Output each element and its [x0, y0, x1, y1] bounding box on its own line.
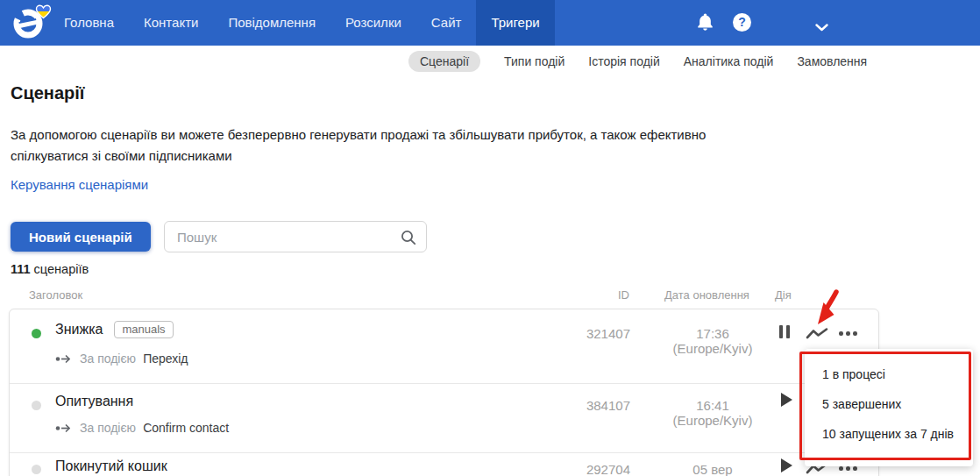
nav-item-site[interactable]: Сайт — [416, 0, 477, 46]
play-button[interactable] — [781, 458, 792, 472]
pause-button[interactable] — [779, 325, 790, 338]
scenario-id: 384107 — [543, 398, 630, 413]
scenario-title[interactable]: Знижка manuals — [55, 321, 174, 338]
event-line: За подією Confirm contact — [55, 421, 229, 435]
scenario-count: 111 сценаріїв — [11, 262, 89, 276]
event-label: За подією — [80, 421, 136, 435]
event-label: За подією — [80, 352, 136, 366]
scenario-title-text: Покинутий кошик — [55, 458, 167, 474]
help-icon[interactable]: ? — [733, 13, 751, 32]
col-header-id: ID — [605, 288, 629, 302]
account-chevron-down-icon[interactable] — [815, 19, 828, 35]
event-start-icon — [55, 423, 73, 433]
scenario-title-text: Знижка — [55, 322, 103, 337]
tab-event-history[interactable]: Історія подій — [588, 51, 659, 72]
scenario-count-label: сценаріїв — [31, 262, 89, 276]
more-actions-button[interactable] — [839, 331, 857, 336]
popup-item-started-7days[interactable]: 10 запущених за 7 днів — [822, 427, 954, 441]
event-start-icon — [55, 354, 73, 364]
event-name[interactable]: Confirm contact — [143, 421, 229, 435]
scenario-title-text: Опитування — [55, 394, 133, 409]
popup-item-in-progress[interactable]: 1 в процесі — [822, 367, 885, 381]
screen: Головна Контакти Повідомлення Розсилки С… — [0, 0, 980, 476]
scenario-id: 292704 — [543, 462, 630, 476]
scenario-updated: 05 вер — [656, 462, 770, 476]
event-name[interactable]: Перехід — [143, 352, 188, 366]
search-input[interactable] — [165, 222, 394, 252]
search-icon[interactable] — [401, 230, 416, 249]
event-line: За подією Перехід — [55, 352, 188, 366]
tab-orders[interactable]: Замовлення — [797, 51, 867, 72]
nav-menu: Головна Контакти Повідомлення Розсилки С… — [49, 0, 555, 46]
bell-icon[interactable] — [697, 13, 714, 36]
status-dot-inactive — [32, 465, 41, 474]
statistics-icon[interactable] — [806, 327, 828, 345]
scenario-stats-popup: 1 в процесі 5 завершених 10 запущених за… — [805, 349, 973, 466]
scenario-title[interactable]: Опитування — [55, 394, 133, 409]
search-box — [164, 221, 427, 252]
nav-item-home[interactable]: Головна — [49, 0, 129, 46]
status-dot-active — [32, 329, 41, 338]
trigger-subtabs: Сценарії Типи подій Історія подій Аналіт… — [408, 51, 867, 72]
scenario-count-value: 111 — [11, 262, 31, 276]
status-dot-inactive — [32, 401, 41, 410]
col-header-updated: Дата оновлення — [664, 288, 749, 302]
row-divider — [10, 452, 878, 453]
nav-item-triggers[interactable]: Тригери — [476, 0, 554, 46]
play-button[interactable] — [781, 393, 792, 407]
tab-scenarios[interactable]: Сценарії — [408, 51, 480, 72]
page-description: За допомогою сценаріїв ви можете безпере… — [11, 124, 712, 166]
new-scenario-button[interactable]: Новий сценарій — [11, 222, 151, 252]
nav-item-contacts[interactable]: Контакти — [129, 0, 213, 46]
top-navbar: Головна Контакти Повідомлення Розсилки С… — [0, 0, 980, 46]
scenario-updated: 17:36 (Europe/Kyiv) — [656, 326, 770, 356]
tab-event-analytics[interactable]: Аналітика подій — [684, 51, 774, 72]
manage-scenarios-link[interactable]: Керування сценаріями — [11, 177, 148, 192]
more-actions-button[interactable] — [839, 466, 857, 471]
col-header-title: Заголовок — [29, 288, 82, 302]
nav-item-campaigns[interactable]: Розсилки — [330, 0, 416, 46]
col-header-action: Дія — [775, 288, 792, 302]
scenario-title[interactable]: Покинутий кошик — [55, 458, 167, 474]
popup-item-finished[interactable]: 5 завершених — [822, 397, 901, 411]
scenario-updated: 16:41 (Europe/Kyiv) — [656, 398, 770, 428]
page-title: Сценарії — [11, 83, 84, 103]
tab-event-types[interactable]: Типи подій — [504, 51, 565, 72]
row-divider — [10, 383, 878, 384]
tag-badge[interactable]: manuals — [114, 321, 173, 338]
scenario-id: 321407 — [543, 326, 630, 341]
scenario-table: Знижка manuals За подією Перехід 321407 … — [9, 309, 879, 476]
nav-item-messages[interactable]: Повідомлення — [213, 0, 330, 46]
